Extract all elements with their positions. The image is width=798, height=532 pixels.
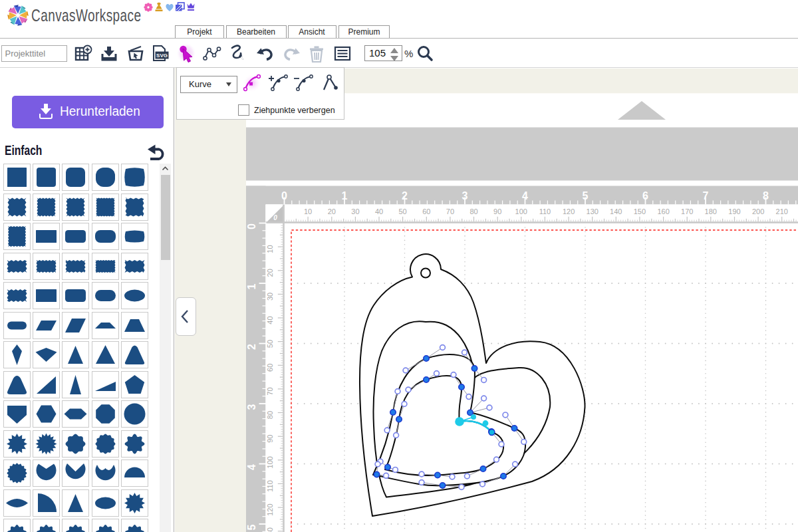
svg-text:0: 0 (281, 190, 287, 201)
svg-text:2: 2 (246, 344, 257, 350)
svg-text:50: 50 (266, 340, 274, 348)
svg-text:70: 70 (446, 207, 454, 215)
svg-text:60: 60 (422, 207, 430, 215)
svg-text:110: 110 (539, 207, 551, 215)
svg-text:140: 140 (610, 207, 622, 215)
svg-text:30: 30 (266, 293, 274, 301)
svg-text:5: 5 (583, 190, 589, 201)
svg-text:120: 120 (266, 503, 274, 515)
svg-text:50: 50 (398, 207, 406, 215)
svg-text:170: 170 (681, 207, 693, 215)
svg-text:30: 30 (351, 207, 359, 215)
svg-text:8: 8 (763, 190, 769, 201)
svg-text:130: 130 (266, 527, 274, 532)
svg-text:90: 90 (266, 435, 274, 443)
svg-text:4: 4 (246, 464, 257, 470)
svg-text:7: 7 (703, 190, 709, 201)
svg-text:100: 100 (266, 456, 274, 468)
svg-text:150: 150 (634, 207, 646, 215)
svg-text:0: 0 (246, 223, 257, 229)
svg-text:80: 80 (266, 411, 274, 419)
svg-text:SVG: SVG (156, 53, 168, 59)
svg-text:2: 2 (402, 190, 408, 201)
svg-text:0: 0 (273, 214, 277, 221)
svg-text:60: 60 (266, 364, 274, 372)
svg-text:80: 80 (469, 207, 477, 215)
svg-text:210: 210 (776, 207, 788, 215)
svg-text:120: 120 (563, 207, 575, 215)
svg-text:40: 40 (375, 207, 383, 215)
svg-text:10: 10 (304, 207, 312, 215)
svg-text:6: 6 (642, 190, 648, 201)
svg-text:5: 5 (246, 524, 257, 530)
svg-text:1: 1 (246, 283, 257, 289)
svg-text:20: 20 (266, 269, 274, 277)
svg-text:4: 4 (522, 190, 528, 201)
svg-text:40: 40 (266, 316, 274, 324)
svg-text:110: 110 (266, 480, 274, 492)
svg-text:200: 200 (752, 207, 764, 215)
svg-text:1: 1 (342, 190, 348, 201)
svg-text:10: 10 (266, 245, 274, 253)
svg-text:190: 190 (728, 207, 740, 215)
svg-text:100: 100 (515, 207, 527, 215)
svg-text:3: 3 (246, 404, 257, 410)
svg-text:70: 70 (266, 387, 274, 395)
svg-text:160: 160 (657, 207, 669, 215)
svg-text:130: 130 (587, 207, 598, 215)
svg-text:3: 3 (462, 190, 468, 201)
svg-text:180: 180 (705, 207, 717, 215)
svg-text:90: 90 (493, 207, 501, 215)
svg-text:20: 20 (328, 207, 336, 215)
